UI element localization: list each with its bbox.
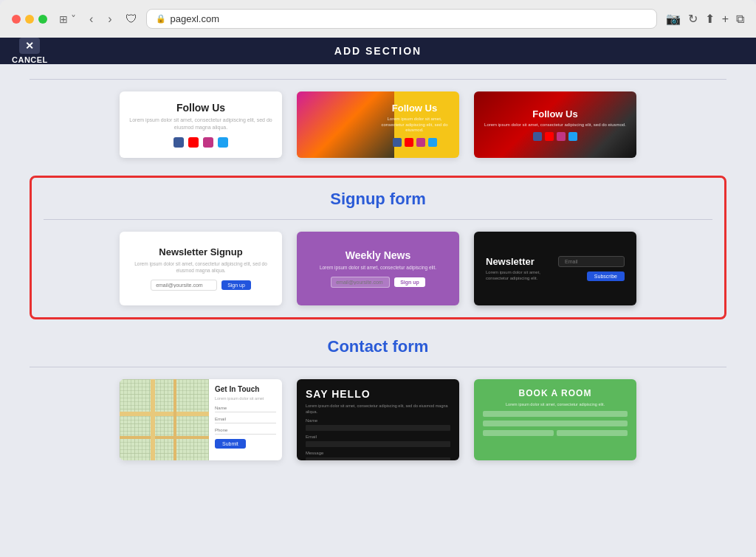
signup-card-title-white: Newsletter Signup	[159, 246, 242, 257]
page-title: ADD SECTION	[334, 45, 422, 57]
dark-field-row-2: Email	[306, 435, 450, 447]
reload-icon[interactable]: ↻	[688, 12, 698, 26]
say-hello-text: Lorem ipsum dolor sit amet, consectetur …	[306, 404, 450, 415]
social-icons-white	[173, 137, 228, 148]
map-background	[120, 379, 209, 460]
yt-icon-yellow	[405, 138, 413, 147]
cancel-label: CANCEL	[12, 55, 48, 64]
contact-email-field[interactable]	[215, 415, 276, 423]
signup-button-black[interactable]: Subscribe	[587, 271, 625, 281]
signup-card-purple[interactable]: Weekly News Lorem ipsum dolor sit amet, …	[297, 232, 459, 305]
signup-card-text-purple: Lorem ipsum dolor sit amet, consectetur …	[320, 264, 436, 271]
ig-icon-dark	[557, 132, 566, 141]
contact-card-title: Get In Touch	[215, 385, 276, 393]
contact-cards-row: Get In Touch Lorem ipsum dolor sit amet …	[30, 379, 726, 460]
contact-card-text: Lorem ipsum dolor sit amet	[215, 396, 276, 401]
browser-titlebar: ⊞ ˅ ‹ › 🛡 🔒 pagexl.com 📷 ↻ ⬆ + ⧉	[0, 0, 756, 38]
tw-icon-dark	[568, 132, 577, 141]
follow-us-section: Follow Us Lorem ipsum dolor sit amet, co…	[30, 79, 726, 158]
signup-card-black[interactable]: Newsletter Lorem ipsum dolor sit amet, c…	[474, 232, 636, 305]
signup-card-text-black: Lorem ipsum dolor sit amet, consectetur …	[486, 269, 549, 282]
signup-card-white[interactable]: Newsletter Signup Lorem ipsum dolor sit …	[120, 232, 282, 305]
follow-card-text-dark: Lorem ipsum dolor sit amet, consectetur …	[484, 122, 626, 128]
signup-form-section: Signup form Newsletter Signup Lorem ipsu…	[30, 176, 726, 319]
address-bar[interactable]: 🔒 pagexl.com	[146, 9, 657, 29]
contact-section-divider	[30, 367, 726, 367]
forward-button[interactable]: ›	[103, 11, 116, 27]
cancel-button[interactable]: ✕ CANCEL	[12, 38, 48, 64]
dark-name-input[interactable]	[306, 425, 450, 431]
browser-actions: 📷 ↻ ⬆ + ⧉	[666, 12, 744, 26]
follow-us-card-dark[interactable]: Follow Us Lorem ipsum dolor sit amet, co…	[474, 91, 636, 158]
contact-card-map[interactable]: Get In Touch Lorem ipsum dolor sit amet …	[120, 379, 282, 460]
signup-input-row-purple: Sign up	[331, 277, 425, 288]
minimize-button[interactable]	[25, 15, 34, 24]
maximize-button[interactable]	[38, 15, 47, 24]
twitter-icon	[218, 137, 228, 148]
section-divider	[30, 79, 726, 80]
signup-email-input-purple[interactable]	[331, 277, 390, 288]
signup-email-input-black[interactable]	[558, 256, 625, 267]
follow-card-text-white: Lorem ipsum dolor sit amet, consectetur …	[127, 117, 275, 131]
url-text: pagexl.com	[171, 13, 219, 24]
close-button[interactable]	[12, 15, 21, 24]
follow-us-cards-row: Follow Us Lorem ipsum dolor sit amet, co…	[30, 91, 726, 158]
facebook-icon	[173, 137, 184, 148]
dark-field-label-2: Email	[306, 435, 450, 439]
signup-button-purple[interactable]: Sign up	[394, 277, 425, 287]
follow-card-text-yellow: Lorem ipsum dolor sit amet, consectetur …	[376, 117, 453, 134]
browser-window: ⊞ ˅ ‹ › 🛡 🔒 pagexl.com 📷 ↻ ⬆ + ⧉ ✕ CANCE…	[0, 0, 756, 557]
book-text: Lorem ipsum dolor sit amet, consectetur …	[483, 402, 628, 407]
say-hello-title: SAY HELLO	[306, 388, 371, 400]
ig-icon-yellow	[416, 138, 425, 147]
dark-field-row-1: Name	[306, 418, 450, 431]
green-field-1[interactable]	[483, 411, 628, 417]
dark-message-input[interactable]	[306, 457, 450, 460]
follow-card-title-dark: Follow Us	[532, 108, 577, 120]
follow-us-card-yellow[interactable]: Follow Us Lorem ipsum dolor sit amet, co…	[297, 91, 459, 158]
cancel-icon: ✕	[19, 38, 40, 54]
contact-submit-button[interactable]: Submit	[215, 439, 246, 449]
social-icons-dark	[533, 132, 577, 141]
contact-form-area: Get In Touch Lorem ipsum dolor sit amet …	[209, 379, 282, 460]
contact-card-green[interactable]: BOOK A ROOM Lorem ipsum dolor sit amet, …	[474, 379, 636, 460]
follow-card-title-white: Follow Us	[176, 102, 225, 114]
main-content: Follow Us Lorem ipsum dolor sit amet, co…	[0, 64, 756, 557]
signup-input-row-white: Sign up	[151, 280, 251, 291]
dark-field-label-3: Message	[306, 451, 450, 455]
tw-icon-yellow	[428, 138, 437, 147]
contact-section-label: Contact form	[30, 337, 726, 356]
contact-form-section: Contact form Get In Touch Lorem ipsum do…	[30, 337, 726, 460]
share-icon[interactable]: ⬆	[705, 12, 715, 26]
fb-icon-dark	[533, 132, 542, 141]
lock-icon: 🔒	[156, 14, 166, 24]
green-field-4[interactable]	[557, 430, 628, 436]
yt-icon-dark	[545, 132, 554, 141]
book-title: BOOK A ROOM	[483, 388, 628, 398]
signup-email-input-white[interactable]	[151, 280, 217, 291]
tabs-icon[interactable]: ⧉	[736, 13, 744, 26]
video-icon[interactable]: 📷	[666, 12, 681, 26]
signup-card-text-white: Lorem ipsum dolor sit amet, consectetur …	[128, 260, 273, 274]
dark-email-input[interactable]	[306, 441, 450, 447]
social-icons-yellow	[393, 138, 437, 147]
browser-controls: ⊞ ˅ ‹ ›	[56, 11, 117, 27]
dark-field-row-3: Message	[306, 451, 450, 460]
traffic-lights	[12, 15, 47, 24]
green-field-3[interactable]	[483, 430, 554, 436]
signup-card-black-left: Newsletter Lorem ipsum dolor sit amet, c…	[486, 256, 549, 282]
follow-us-card-white[interactable]: Follow Us Lorem ipsum dolor sit amet, co…	[120, 91, 282, 158]
contact-card-dark[interactable]: SAY HELLO Lorem ipsum dolor sit amet, co…	[297, 379, 459, 460]
signup-card-title-purple: Weekly News	[346, 249, 410, 261]
new-tab-icon[interactable]: +	[722, 13, 729, 26]
youtube-icon	[188, 137, 199, 148]
green-field-2[interactable]	[483, 421, 628, 426]
contact-name-field[interactable]	[215, 404, 276, 412]
signup-button-white[interactable]: Sign up	[221, 280, 251, 290]
back-button[interactable]: ‹	[85, 11, 97, 27]
card-overlay-content: Follow Us Lorem ipsum dolor sit amet, co…	[370, 91, 459, 158]
contact-phone-field[interactable]	[215, 426, 276, 435]
signup-section-divider	[44, 219, 712, 220]
fb-icon-yellow	[393, 138, 402, 147]
sidebar-toggle-button[interactable]: ⊞ ˅	[56, 12, 79, 27]
